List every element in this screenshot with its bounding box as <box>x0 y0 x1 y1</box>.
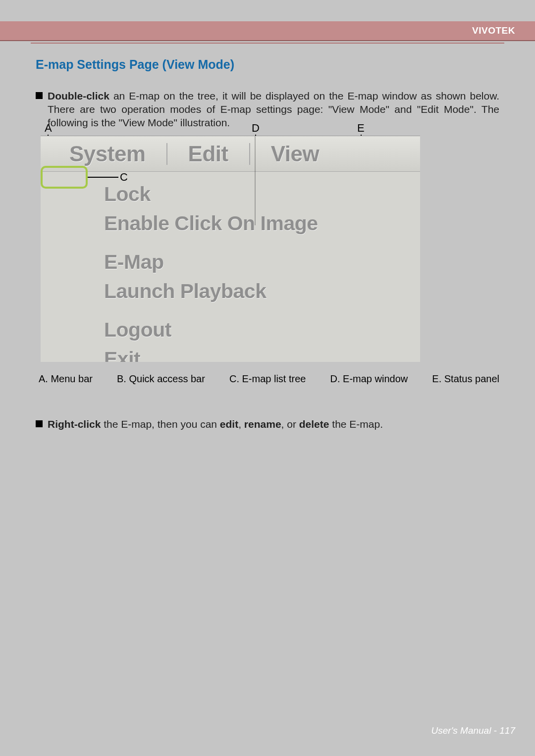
legend-a: A. Menu bar <box>39 373 93 385</box>
bold-delete: delete <box>299 418 329 430</box>
callout-c: C <box>120 171 128 184</box>
legend-b: B. Quick access bar <box>117 373 205 385</box>
menu-separator <box>249 143 250 165</box>
menu-item-enable-click[interactable]: Enable Click On Image <box>104 209 420 238</box>
bold-edit: edit <box>220 418 238 430</box>
document-page: VIVOTEK E-map Settings Page (View Mode) … <box>0 0 535 756</box>
header-divider <box>31 43 504 44</box>
header-band: VIVOTEK <box>0 21 535 41</box>
footer-dash: - <box>491 725 499 736</box>
p2-end: the E-map. <box>329 418 383 430</box>
callout-a: A <box>45 122 52 135</box>
emap-list-tree-highlight <box>41 166 88 189</box>
paragraph-2: Right-click the E-map, then you can edit… <box>48 418 383 431</box>
callout-d-line <box>255 136 256 225</box>
square-bullet-icon <box>36 420 43 427</box>
p2-mid2: , <box>238 418 244 430</box>
bullet-paragraph-2: Right-click the E-map, then you can edit… <box>36 418 499 434</box>
screenshot-area: System Edit View C Lock Enable Click On … <box>41 136 420 362</box>
bold-double-click: Double-click <box>48 90 109 101</box>
section-title: E-map Settings Page (View Mode) <box>36 57 499 72</box>
bold-right-click: Right-click <box>48 418 101 430</box>
menu-separator <box>166 143 167 165</box>
p2-mid3: , or <box>281 418 299 430</box>
figure-wrap: A D E System Edit View C Lock Enable Cli… <box>41 122 420 362</box>
square-bullet-icon <box>36 92 43 99</box>
page-footer: User's Manual - 117 <box>431 725 515 736</box>
footer-label: User's Manual <box>431 725 491 736</box>
figure-legend: A. Menu bar B. Quick access bar C. E-map… <box>39 373 499 385</box>
callout-d: D <box>252 122 260 135</box>
legend-d: D. E-map window <box>330 373 408 385</box>
system-menu-dropdown: Lock Enable Click On Image E-Map Launch … <box>41 172 420 362</box>
legend-c: C. E-map list tree <box>229 373 306 385</box>
menu-item-lock[interactable]: Lock <box>104 180 420 209</box>
brand-label: VIVOTEK <box>472 25 515 36</box>
callout-c-line <box>88 177 118 178</box>
p2-mid1: the E-map, then you can <box>101 418 219 430</box>
callout-e: E <box>357 122 365 135</box>
menu-item-exit[interactable]: Exit <box>104 345 420 362</box>
bold-rename: rename <box>244 418 281 430</box>
menu-item-launch-playback[interactable]: Launch Playback <box>104 277 420 306</box>
menu-view[interactable]: View <box>271 142 319 166</box>
footer-page-number: 117 <box>499 725 515 736</box>
content-area: E-map Settings Page (View Mode) Double-c… <box>36 57 499 133</box>
menu-bar: System Edit View <box>41 136 420 172</box>
menu-system[interactable]: System <box>69 142 146 166</box>
menu-edit[interactable]: Edit <box>188 142 228 166</box>
legend-e: E. Status panel <box>432 373 499 385</box>
callouts-top: A D E <box>41 122 420 136</box>
menu-item-emap[interactable]: E-Map <box>104 248 420 277</box>
menu-item-logout[interactable]: Logout <box>104 315 420 345</box>
